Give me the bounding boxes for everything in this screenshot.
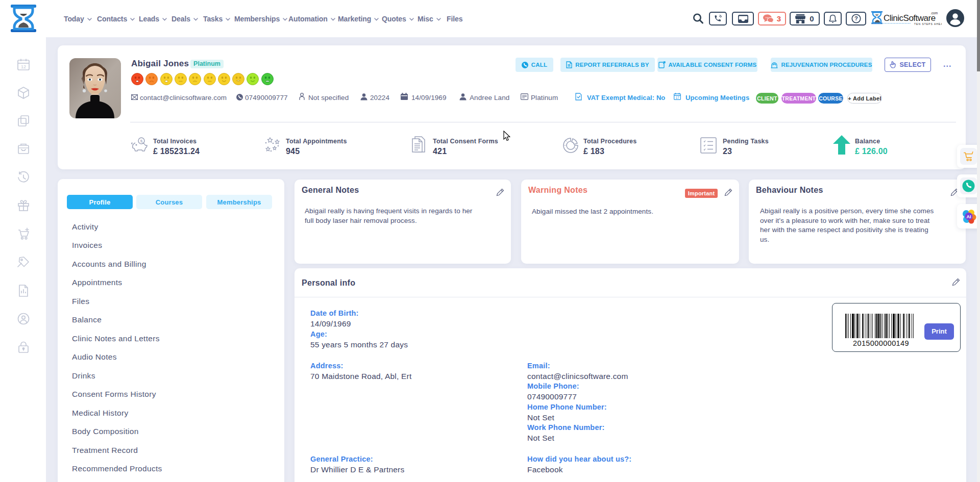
svg-text:TEN STEPS AHEAD: TEN STEPS AHEAD [914,22,942,26]
svg-text:$: $ [140,139,143,143]
svg-text:17: 17 [675,96,679,99]
svg-text:AI: AI [967,214,971,219]
svg-text:ClinicSoftware: ClinicSoftware [884,13,936,23]
svg-text:?: ? [854,15,858,21]
svg-text:.com: .com [930,11,938,15]
svg-text:12: 12 [21,64,26,69]
